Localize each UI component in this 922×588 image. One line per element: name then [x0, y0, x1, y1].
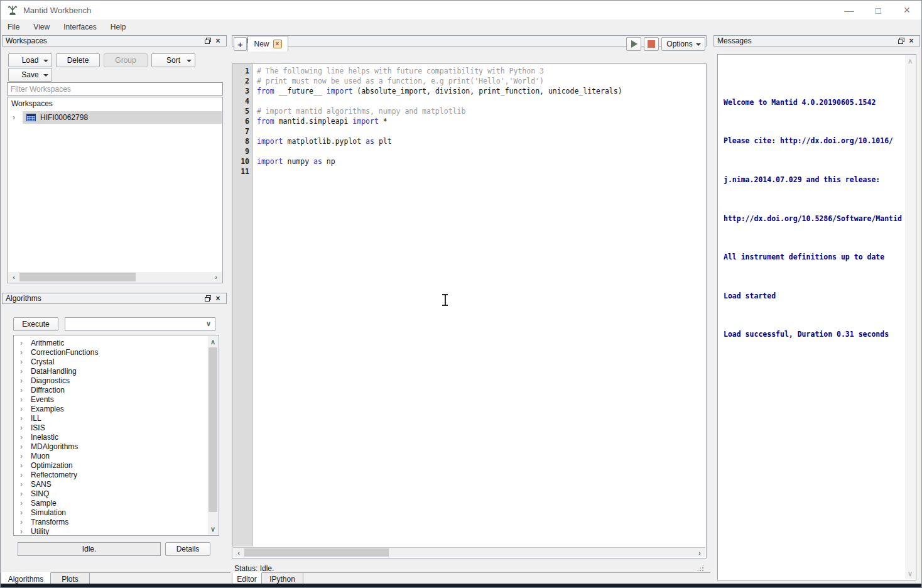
algorithm-category-row[interactable]: › Reflectometry	[14, 470, 208, 479]
code-line[interactable]: 8import matplotlib.pyplot as plt	[232, 136, 706, 146]
scroll-up-icon[interactable]: ∧	[905, 57, 915, 65]
expand-chevron-icon[interactable]: ›	[20, 462, 31, 469]
menu-item[interactable]: Help	[104, 19, 133, 34]
expand-chevron-icon[interactable]: ›	[20, 452, 31, 460]
expand-chevron-icon[interactable]: ›	[20, 405, 31, 413]
code-line[interactable]: 1# The following line helps with future …	[232, 66, 706, 76]
algorithm-category-row[interactable]: › Diagnostics	[14, 376, 208, 385]
algorithm-category-row[interactable]: › MDAlgorithms	[14, 442, 208, 451]
algorithm-category-row[interactable]: › Diffraction	[14, 385, 208, 395]
expand-chevron-icon[interactable]: ›	[20, 528, 31, 535]
algorithm-category-row[interactable]: › Arithmetic	[14, 338, 208, 347]
algorithm-category-row[interactable]: › SANS	[14, 479, 208, 489]
save-button[interactable]: Save	[8, 68, 52, 82]
algorithm-category-row[interactable]: › Utility	[14, 526, 208, 535]
sort-button[interactable]: Sort	[151, 53, 195, 67]
tab-close-icon[interactable]: ×	[273, 40, 282, 48]
expand-chevron-icon[interactable]: ›	[20, 433, 31, 441]
algorithm-category-row[interactable]: › Muon	[14, 451, 208, 460]
scroll-left-icon[interactable]: ‹	[9, 272, 18, 282]
algorithm-category-row[interactable]: › Transforms	[14, 517, 208, 526]
algorithm-category-row[interactable]: › SINQ	[14, 489, 208, 498]
code-editor[interactable]: 1# The following line helps with future …	[232, 63, 707, 558]
algorithm-category-row[interactable]: › ILL	[14, 413, 208, 423]
algorithm-search-combobox[interactable]: ∨	[65, 317, 215, 331]
expand-chevron-icon[interactable]: ›	[20, 415, 31, 422]
code-line[interactable]: 7	[232, 126, 706, 136]
code-line[interactable]: 11	[232, 166, 706, 177]
menu-item[interactable]: Interfaces	[57, 19, 104, 34]
scrollbar-thumb[interactable]	[19, 273, 136, 281]
workspace-row[interactable]: › HIFI00062798	[8, 111, 222, 124]
new-tab-button[interactable]: +	[234, 37, 247, 51]
load-button[interactable]: Load	[8, 53, 52, 67]
messages-vertical-scrollbar[interactable]: ∧ ∨	[905, 55, 915, 579]
expand-chevron-icon[interactable]: ›	[20, 518, 31, 526]
float-panel-icon[interactable]	[896, 36, 906, 45]
scroll-right-icon[interactable]: ›	[695, 548, 704, 557]
expand-chevron-icon[interactable]: ›	[20, 339, 31, 347]
code-area[interactable]: 1# The following line helps with future …	[232, 64, 706, 547]
code-line[interactable]: 5# import mantid algorithms, numpy and m…	[232, 106, 706, 116]
minimize-button[interactable]: —	[835, 1, 864, 19]
combobox-dropdown-icon[interactable]: ∨	[206, 320, 211, 327]
expand-chevron-icon[interactable]: ›	[20, 358, 31, 366]
scrollbar-thumb[interactable]	[244, 548, 389, 557]
close-panel-icon[interactable]: ×	[906, 36, 916, 45]
editor-horizontal-scrollbar[interactable]: ‹ ›	[233, 547, 705, 557]
code-line[interactable]: 10import numpy as np	[232, 156, 706, 166]
scroll-down-icon[interactable]: ∨	[208, 525, 218, 533]
expand-chevron-icon[interactable]: ›	[20, 490, 31, 498]
filter-workspaces-input[interactable]	[7, 82, 223, 95]
scroll-right-icon[interactable]: ›	[212, 272, 220, 282]
scroll-left-icon[interactable]: ‹	[234, 548, 243, 557]
algorithm-category-row[interactable]: › DataHandling	[14, 366, 208, 376]
code-line[interactable]: 4	[232, 96, 706, 106]
expand-chevron-icon[interactable]: ›	[20, 509, 31, 516]
menu-item[interactable]: View	[26, 19, 57, 34]
algorithm-category-row[interactable]: › Optimization	[14, 460, 208, 470]
close-button[interactable]: ×	[892, 1, 921, 19]
algorithm-category-row[interactable]: › Examples	[14, 404, 208, 413]
run-button[interactable]	[626, 37, 641, 51]
code-line[interactable]: 2# print must now be used as a function,…	[232, 76, 706, 86]
delete-button[interactable]: Delete	[56, 53, 100, 67]
expand-chevron-icon[interactable]: ›	[13, 113, 15, 121]
float-panel-icon[interactable]	[203, 36, 213, 45]
expand-chevron-icon[interactable]: ›	[20, 368, 31, 375]
float-panel-icon[interactable]	[203, 294, 213, 303]
expand-chevron-icon[interactable]: ›	[20, 377, 31, 384]
workspaces-horizontal-scrollbar[interactable]: ‹ ›	[8, 272, 222, 282]
algorithm-category-row[interactable]: › Simulation	[14, 508, 208, 517]
scroll-up-icon[interactable]: ∧	[208, 337, 218, 346]
script-tab-new[interactable]: New ×	[247, 36, 288, 52]
algorithm-category-tree[interactable]: › Arithmetic › CorrectionFunctions › Cry…	[13, 335, 219, 536]
close-panel-icon[interactable]: ×	[213, 36, 223, 45]
messages-log[interactable]: Welcome to Mantid 4.0.20190605.1542 Plea…	[717, 54, 916, 580]
algorithm-category-row[interactable]: › Crystal	[14, 357, 208, 366]
expand-chevron-icon[interactable]: ›	[20, 471, 31, 479]
code-line[interactable]: 6from mantid.simpleapi import *	[232, 116, 706, 126]
stop-button[interactable]	[644, 37, 659, 51]
algorithm-category-row[interactable]: › ISIS	[14, 423, 208, 432]
algorithm-category-row[interactable]: › Sample	[14, 498, 208, 508]
expand-chevron-icon[interactable]: ›	[20, 481, 31, 488]
expand-chevron-icon[interactable]: ›	[20, 499, 31, 507]
scrollbar-thumb[interactable]	[209, 347, 217, 512]
algorithm-category-row[interactable]: › Inelastic	[14, 432, 208, 442]
algorithm-category-row[interactable]: › Events	[14, 395, 208, 404]
expand-chevron-icon[interactable]: ›	[20, 424, 31, 432]
maximize-button[interactable]: □	[864, 1, 892, 19]
expand-chevron-icon[interactable]: ›	[20, 396, 31, 403]
options-button[interactable]: Options	[661, 37, 705, 51]
expand-chevron-icon[interactable]: ›	[20, 349, 31, 356]
menu-item[interactable]: File	[1, 19, 26, 34]
code-line[interactable]: 3from __future__ import (absolute_import…	[232, 86, 706, 96]
scroll-down-icon[interactable]: ∨	[905, 569, 915, 578]
details-button[interactable]: Details	[165, 542, 210, 556]
algorithms-vertical-scrollbar[interactable]: ∧ ∨	[208, 336, 218, 535]
workspaces-tree[interactable]: Workspaces › HIFI00062798 ‹ ›	[7, 97, 223, 283]
code-line[interactable]: 9	[232, 146, 706, 156]
execute-button[interactable]: Execute	[13, 317, 58, 331]
expand-chevron-icon[interactable]: ›	[20, 386, 31, 394]
